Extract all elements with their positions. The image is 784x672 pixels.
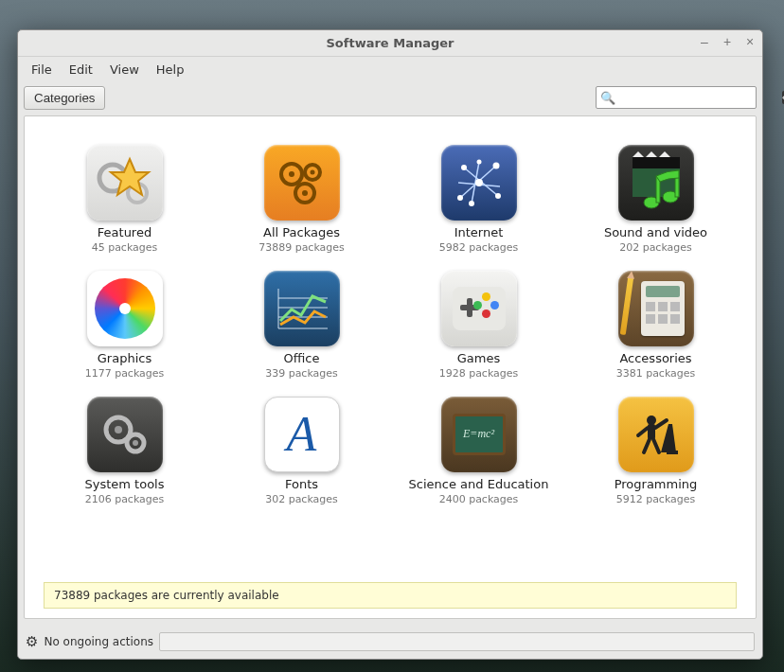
category-count: 45 packages: [54, 241, 196, 254]
category-grid: Featured 45 packages All Packages 73889: [44, 145, 737, 505]
menu-view[interactable]: View: [102, 60, 147, 80]
category-label: System tools: [54, 478, 196, 492]
app-window: Software Manager – + × File Edit View He…: [17, 29, 763, 660]
svg-line-40: [655, 420, 667, 428]
category-label: Sound and video: [585, 226, 727, 240]
category-count: 73889 packages: [231, 241, 373, 254]
svg-point-7: [310, 170, 314, 175]
sound-video-icon: [618, 145, 694, 221]
minimize-button[interactable]: –: [698, 34, 711, 49]
category-label: Fonts: [231, 478, 373, 492]
all-packages-icon: [264, 145, 340, 221]
categories-button[interactable]: Categories: [24, 86, 105, 110]
category-label: All Packages: [231, 226, 373, 240]
svg-point-15: [461, 165, 467, 170]
accessories-icon: [618, 271, 694, 346]
svg-point-16: [495, 193, 501, 199]
category-count: 2400 packages: [408, 493, 550, 505]
fonts-icon: A: [264, 397, 340, 472]
category-office[interactable]: Office 339 packages: [231, 271, 373, 380]
category-count: 339 packages: [231, 367, 373, 380]
svg-point-17: [476, 160, 481, 165]
category-featured[interactable]: Featured 45 packages: [54, 145, 196, 254]
menu-file[interactable]: File: [24, 60, 60, 80]
titlebar: Software Manager – + ×: [18, 30, 762, 57]
toolbar: Categories 🔍 ⌫: [18, 81, 762, 114]
svg-marker-44: [661, 424, 676, 452]
searchbox[interactable]: 🔍 ⌫: [596, 86, 757, 109]
close-button[interactable]: ×: [743, 34, 757, 49]
category-count: 302 packages: [231, 493, 373, 505]
svg-point-6: [289, 171, 294, 177]
content-area: Featured 45 packages All Packages 73889: [24, 115, 757, 619]
category-science-education[interactable]: E=mc² Science and Education 2400 package…: [408, 397, 550, 505]
svg-point-36: [115, 426, 122, 433]
category-system-tools[interactable]: System tools 2106 packages: [54, 397, 196, 505]
svg-point-19: [475, 179, 483, 186]
category-count: 5912 packages: [585, 493, 727, 505]
science-education-icon: E=mc²: [441, 397, 517, 472]
office-icon: [264, 271, 340, 346]
svg-line-43: [653, 439, 659, 452]
category-count: 202 packages: [585, 241, 727, 254]
category-label: Graphics: [54, 352, 196, 366]
category-label: Office: [231, 352, 373, 366]
ongoing-actions-label: No ongoing actions: [44, 635, 153, 648]
svg-point-18: [469, 201, 474, 206]
svg-rect-45: [667, 451, 678, 454]
featured-icon: [87, 145, 163, 221]
games-icon: [441, 271, 517, 346]
category-label: Internet: [408, 226, 550, 240]
category-count: 2106 packages: [54, 493, 196, 505]
gear-icon: ⚙: [26, 633, 38, 650]
progress-bar: [159, 632, 755, 651]
category-count: 1928 packages: [408, 367, 550, 380]
window-controls: – + ×: [698, 34, 757, 49]
category-accessories[interactable]: Accessories 3381 packages: [585, 271, 727, 380]
category-programming[interactable]: Programming 5912 packages: [585, 397, 727, 505]
internet-icon: [441, 145, 517, 221]
search-icon: 🔍: [600, 91, 615, 105]
svg-point-13: [457, 195, 463, 201]
svg-marker-21: [633, 151, 644, 157]
svg-line-42: [644, 439, 650, 452]
category-all-packages[interactable]: All Packages 73889 packages: [231, 145, 373, 254]
menu-edit[interactable]: Edit: [62, 60, 100, 80]
category-fonts[interactable]: A Fonts 302 packages: [231, 397, 373, 505]
category-label: Programming: [585, 478, 727, 492]
svg-rect-20: [633, 157, 680, 168]
window-title: Software Manager: [327, 36, 454, 50]
graphics-icon: [87, 271, 163, 346]
category-count: 5982 packages: [408, 241, 550, 254]
svg-point-14: [492, 163, 499, 169]
system-tools-icon: [87, 397, 163, 472]
programming-icon: [618, 397, 694, 472]
category-count: 1177 packages: [54, 367, 196, 380]
svg-point-8: [302, 190, 308, 196]
menu-help[interactable]: Help: [149, 60, 192, 80]
category-games[interactable]: Games 1928 packages: [408, 271, 550, 380]
footer: ⚙ No ongoing actions: [18, 625, 762, 659]
status-message: 73889 packages are currently available: [44, 582, 737, 609]
category-count: 3381 packages: [585, 367, 727, 380]
category-label: Featured: [54, 226, 196, 240]
svg-marker-23: [659, 151, 670, 157]
svg-point-37: [133, 440, 138, 446]
category-sound-video[interactable]: Sound and video 202 packages: [585, 145, 727, 254]
svg-marker-22: [646, 151, 657, 157]
svg-point-38: [647, 416, 656, 425]
svg-line-41: [638, 428, 648, 435]
menubar: File Edit View Help: [18, 57, 762, 81]
category-internet[interactable]: Internet 5982 packages: [408, 145, 550, 254]
category-label: Accessories: [585, 352, 727, 366]
category-label: Games: [408, 352, 550, 366]
category-graphics[interactable]: Graphics 1177 packages: [54, 271, 196, 380]
maximize-button[interactable]: +: [721, 34, 734, 49]
search-input[interactable]: [619, 91, 778, 105]
category-label: Science and Education: [408, 478, 550, 492]
